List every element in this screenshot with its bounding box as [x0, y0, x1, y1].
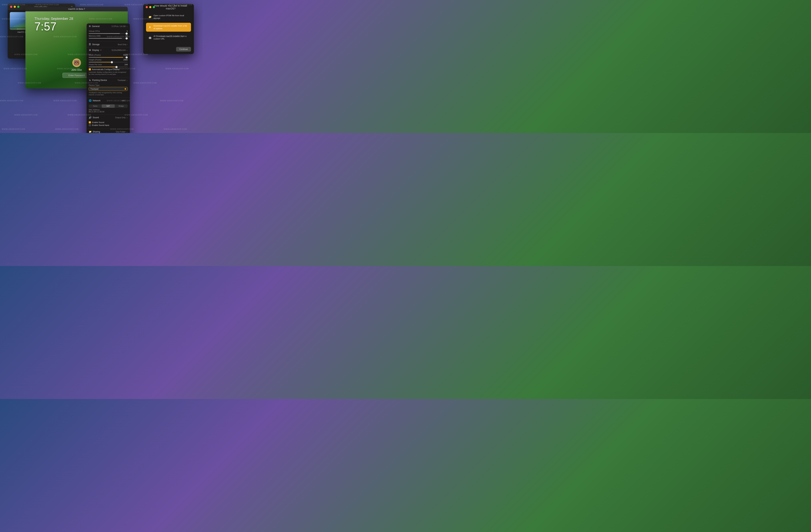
avatar: 🐻 — [72, 59, 81, 67]
storage-header[interactable]: 🗄 Storage Boot Only › — [87, 42, 130, 47]
width-row: Width (Pixels) 5120 — [89, 54, 128, 56]
url-text: AI Download macOS installer from a custo… — [153, 35, 189, 40]
pointing-summary: Trackpad — [118, 79, 125, 81]
pointing-chevron-icon: ⌄ — [126, 79, 128, 81]
ppi-row: Pixels Per Inch 144 — [89, 63, 128, 66]
user-name: John Doe — [71, 68, 82, 71]
settings-section-storage: 🗄 Storage Boot Only › — [87, 42, 130, 47]
settings-section-sharing: 📁 Sharing One Folder ⌄ Shared Folders — [87, 129, 130, 133]
network-summary: NAT — [122, 99, 125, 102]
width-slider[interactable] — [89, 57, 128, 58]
auto-display-checkbox[interactable]: ✓ — [89, 68, 91, 71]
sharing-label: Sharing — [93, 130, 100, 133]
display-label: Display — [92, 49, 99, 51]
display-icon: 🖥 — [89, 49, 91, 51]
pointing-icon: 🖱 — [89, 79, 91, 82]
network-header[interactable]: 🌐 Network NAT ⌄ — [87, 98, 130, 103]
auto-display-note: Automatic display configuration is only … — [89, 71, 128, 76]
network-nat-btn[interactable]: NAT — [102, 104, 115, 108]
settings-section-pointing: 🖱 Pointing Device Trackpad ⌄ Device Type… — [87, 78, 130, 98]
pointing-label: Pointing Device — [92, 79, 107, 81]
cpus-slider[interactable] — [89, 33, 128, 34]
memory-value: 16 — [125, 35, 128, 37]
ppi-value: 144 — [124, 63, 128, 66]
install-dialog: How Would You Like to Install macOS? 📁 O… — [143, 4, 194, 54]
height-slider[interactable] — [89, 62, 128, 62]
sound-chevron-icon: ⌄ — [126, 116, 128, 119]
pointing-warning: Trackpad is only recognized by VMs runni… — [89, 92, 128, 96]
sound-body: ✓ Enable Sound Enable Sound Input — [87, 120, 130, 129]
height-label: Height (Pixels) — [89, 59, 102, 61]
install-dialog-footer: Continue — [143, 46, 194, 54]
cpus-row: Virtual CPUs 5 — [89, 30, 128, 32]
auto-display-label: Automatically Configure Display — [92, 68, 120, 71]
enable-sound-row: ✓ Enable Sound — [89, 121, 128, 123]
sharing-icon: 📁 — [89, 130, 92, 133]
lockscreen-title: macOS 14 Beta 7 — [68, 8, 85, 10]
sound-icon: 🔊 — [89, 116, 92, 119]
enable-sound-label: Enable Sound — [92, 121, 104, 123]
install-option-ipsw[interactable]: 📁 Open custom IPSW file from local stora… — [146, 13, 191, 21]
sound-header[interactable]: 🔊 Sound Output Only ⌄ — [87, 115, 130, 120]
device-type-select[interactable]: Trackpad — [89, 87, 128, 91]
lockscreen-titlebar: macOS 14 Beta 7 — [26, 7, 128, 11]
url-download-icon: 🤖 — [148, 36, 152, 39]
settings-panel: ⚙ General 5 CPUs / 16 GB ⌄ Virtual CPUs … — [87, 24, 130, 133]
cpus-value: 5 — [127, 30, 128, 32]
install-dialog-title: How Would You Like to Install macOS? — [150, 4, 192, 10]
memory-label: Memory (GB) — [89, 35, 101, 37]
continue-button[interactable]: Continue — [176, 47, 191, 51]
install-option-list[interactable]: ⬇ Download macOS installer from a list o… — [146, 23, 191, 32]
memory-slider[interactable] — [89, 38, 128, 38]
storage-icon: 🗄 — [89, 43, 91, 46]
install-option-url[interactable]: 🤖 AI Download macOS installer from a cus… — [146, 33, 191, 42]
network-toggle: None NAT Bridge — [89, 104, 128, 108]
sharing-summary: One Folder — [116, 131, 125, 133]
auto-display-row: ✓ Automatically Configure Display — [89, 68, 128, 71]
ppi-slider[interactable] — [89, 67, 128, 67]
height-value: 2880 — [123, 59, 128, 61]
enable-sound-checkbox[interactable]: ✓ — [89, 121, 91, 123]
general-summary: 5 CPUs / 16 GB — [112, 25, 125, 27]
width-value: 5120 — [123, 54, 128, 56]
display-header[interactable]: 🖥 Display ✦ 5120x2880x144 ⌄ — [87, 47, 130, 53]
network-chevron-icon: ⌄ — [126, 99, 128, 101]
network-label: Network — [93, 99, 101, 102]
ipsw-icon: 📁 — [148, 15, 152, 18]
enable-input-checkbox[interactable] — [89, 124, 91, 126]
enable-input-label: Enable Sound Input — [92, 124, 109, 126]
general-icon: ⚙ — [89, 25, 91, 28]
device-type-label: Device Type — [89, 84, 128, 86]
memory-row: Memory (GB) 16 — [89, 35, 128, 37]
chevron-down-icon: ⌄ — [126, 25, 128, 27]
network-body: None NAT Bridge MAC Address B6:21:9A:CC:… — [87, 103, 130, 114]
general-header[interactable]: ⚙ General 5 CPUs / 16 GB ⌄ — [87, 24, 130, 29]
lockscreen-time-area: Thursday, September 28 7:57 — [34, 17, 73, 32]
sound-label: Sound — [93, 116, 99, 119]
display-body: Width (Pixels) 5120 Height (Pixels) 2880 — [87, 53, 130, 77]
device-value: Trackpad — [90, 88, 98, 90]
install-dialog-body: 📁 Open custom IPSW file from local stora… — [143, 10, 194, 46]
sound-summary: Output Only — [115, 116, 125, 119]
ipsw-text: Open custom IPSW file from local storage — [153, 14, 189, 19]
settings-section-display: 🖥 Display ✦ 5120x2880x144 ⌄ Width (Pixel… — [87, 47, 130, 78]
display-summary: 5120x2880x144 — [112, 49, 125, 51]
install-close-button[interactable] — [146, 6, 148, 8]
sharing-header[interactable]: 📁 Sharing One Folder ⌄ — [87, 129, 130, 133]
device-select-indicator — [125, 88, 126, 90]
pointing-header[interactable]: 🖱 Pointing Device Trackpad ⌄ — [87, 78, 130, 83]
network-none-btn[interactable]: None — [89, 104, 102, 108]
ppi-label: Pixels Per Inch — [89, 63, 102, 66]
install-dialog-titlebar: How Would You Like to Install macOS? — [143, 4, 194, 10]
enable-input-row: Enable Sound Input — [89, 124, 128, 126]
general-body: Virtual CPUs 5 Memory (GB) 16 — [87, 29, 130, 42]
sharing-chevron-icon: ⌄ — [126, 131, 128, 132]
width-label: Width (Pixels) — [89, 54, 101, 56]
settings-section-general: ⚙ General 5 CPUs / 16 GB ⌄ Virtual CPUs … — [87, 24, 130, 42]
mac-address-value: B6:21:9A:CC:8D:84 — [89, 111, 128, 113]
cpus-label: Virtual CPUs — [89, 30, 100, 32]
lockscreen-time: 7:57 — [34, 21, 73, 32]
network-bridge-btn[interactable]: Bridge — [115, 104, 128, 108]
storage-label: Storage — [92, 43, 100, 46]
display-chevron-icon: ⌄ — [126, 49, 128, 51]
